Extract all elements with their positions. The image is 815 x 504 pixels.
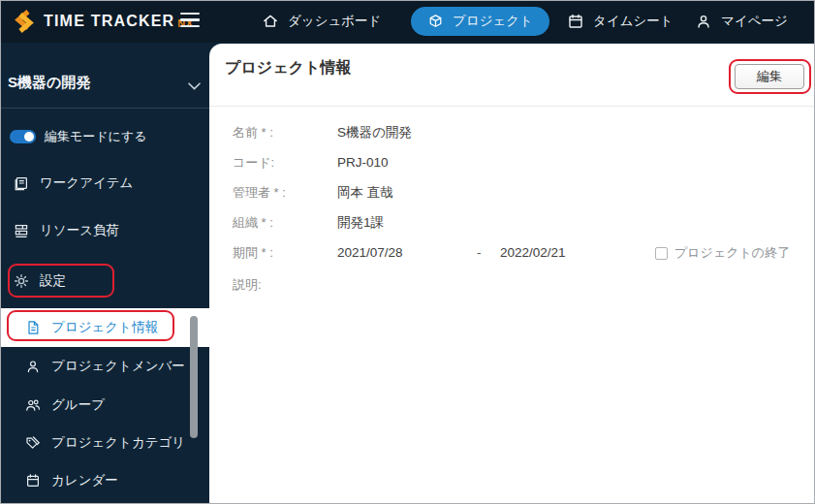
field-row-code: コード:PRJ-010	[233, 152, 389, 173]
period-start-date: 2021/07/28	[337, 242, 477, 264]
field-label: コード:	[233, 152, 337, 173]
app-logo[interactable]: TIME TRACKER NX	[12, 0, 194, 43]
project-finished-checkbox[interactable]	[655, 247, 668, 260]
nav-mypage[interactable]: マイページ	[695, 0, 788, 43]
sidebar-item-groups[interactable]: グループ	[0, 386, 209, 425]
edit-mode-row: 編集モードにする	[10, 128, 147, 145]
tags-icon	[25, 435, 41, 451]
sidebar-item-label: グループ	[51, 396, 105, 414]
nav-dashboard-label: ダッシュボード	[288, 13, 381, 30]
nav-timesheet-label: タイムシート	[593, 13, 674, 30]
person-icon	[25, 359, 41, 374]
sidebar: S機器の開発 編集モードにする ワークアイテム リソース負荷	[0, 43, 209, 504]
edit-button[interactable]: 編集	[735, 64, 804, 89]
sidebar-item-resource-load[interactable]: リソース負荷	[0, 211, 209, 250]
field-row-name: 名前 * :S機器の開発	[233, 122, 412, 143]
brand-name: TIME TRACKER	[44, 13, 174, 30]
edit-mode-toggle[interactable]	[10, 130, 36, 143]
field-row-manager: 管理者 * :岡本 直哉	[233, 182, 393, 204]
sidebar-item-calendar[interactable]: カレンダー	[0, 461, 209, 500]
sidebar-item-project-info[interactable]: プロジェクト情報	[0, 308, 209, 347]
group-icon	[25, 397, 41, 413]
nav-mypage-label: マイページ	[721, 13, 788, 30]
gear-icon	[14, 273, 29, 289]
sidebar-item-workitems[interactable]: ワークアイテム	[0, 164, 209, 203]
nav-timesheet[interactable]: タイムシート	[567, 0, 674, 43]
edit-mode-label: 編集モードにする	[45, 128, 147, 145]
project-finished-checkbox-group[interactable]: プロジェクトの終了	[655, 242, 790, 264]
sidebar-project-name: S機器の開発	[8, 74, 90, 92]
sidebar-item-settings[interactable]: 設定	[0, 262, 209, 300]
field-row-period: 期間 * :2021/07/28-2022/02/21 プロジェクトの終了	[233, 242, 566, 264]
sidebar-item-label: プロジェクト情報	[51, 319, 158, 336]
sidebar-item-label: 設定	[40, 272, 66, 290]
chevron-down-icon[interactable]	[188, 82, 201, 91]
sidebar-item-label: プロジェクトメンバー	[51, 358, 185, 375]
field-value: PRJ-010	[337, 155, 389, 170]
logo-mark-icon	[12, 9, 37, 34]
sidebar-divider	[0, 108, 209, 109]
sidebar-item-project-members[interactable]: プロジェクトメンバー	[0, 347, 209, 386]
document-icon	[25, 320, 41, 335]
field-label: 管理者 * :	[233, 182, 337, 204]
field-label: 組織 * :	[233, 212, 337, 234]
sidebar-item-project-categories[interactable]: プロジェクトカテゴリ	[0, 424, 209, 462]
sidebar-item-label: カレンダー	[51, 472, 118, 489]
main-content-card: プロジェクト情報 編集 名前 * :S機器の開発 コード:PRJ-010 管理者…	[209, 44, 815, 504]
field-row-description: 説明:	[233, 274, 337, 296]
nav-project-active[interactable]: プロジェクト	[411, 7, 549, 36]
workitem-icon	[14, 175, 29, 191]
nav-dashboard[interactable]: ダッシュボード	[262, 0, 381, 43]
period-separator: -	[477, 242, 485, 264]
project-finished-label: プロジェクトの終了	[674, 242, 790, 264]
calendar-icon	[567, 13, 584, 30]
sidebar-item-label: プロジェクトカテゴリ	[51, 434, 185, 452]
sidebar-item-label: ワークアイテム	[40, 174, 133, 192]
person-icon	[695, 13, 712, 30]
calendar-icon	[25, 473, 41, 488]
field-label: 名前 * :	[233, 122, 337, 143]
field-row-organization: 組織 * :開発1課	[233, 212, 384, 234]
home-icon	[262, 13, 279, 30]
cube-icon	[427, 14, 444, 30]
field-value: 開発1課	[337, 215, 384, 230]
nav-project-label: プロジェクト	[453, 13, 533, 30]
field-label: 期間 * :	[233, 242, 337, 264]
top-navigation-bar: TIME TRACKER NX ダッシュボード プロジェクト タイムシート マイ…	[0, 0, 815, 43]
field-value: 岡本 直哉	[337, 185, 393, 200]
resource-icon	[14, 223, 29, 238]
hamburger-menu-icon[interactable]	[180, 13, 200, 30]
page-title: プロジェクト情報	[225, 58, 351, 79]
sidebar-scrollbar-thumb[interactable]	[190, 316, 198, 438]
field-label: 説明:	[233, 274, 337, 296]
period-end-date: 2022/02/21	[500, 245, 566, 260]
sidebar-item-label: リソース負荷	[40, 222, 119, 239]
header-divider	[209, 106, 815, 107]
field-value: S機器の開発	[337, 125, 412, 140]
